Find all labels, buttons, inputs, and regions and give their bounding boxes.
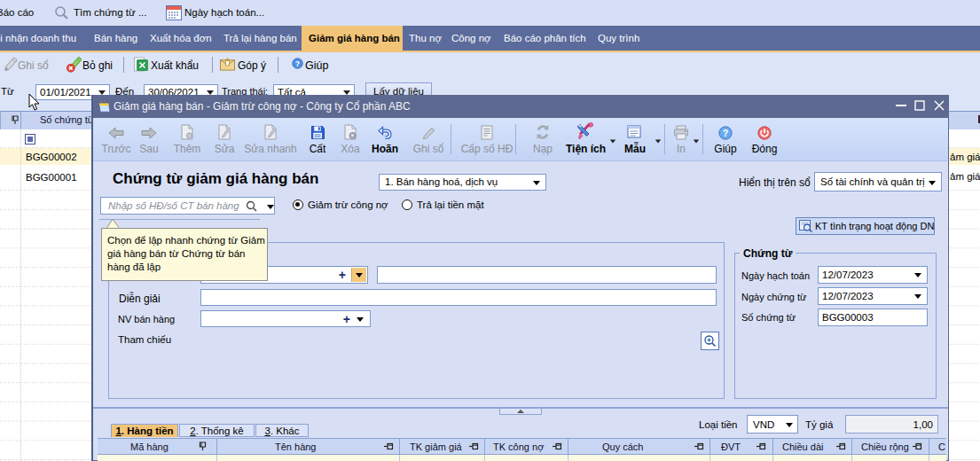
svg-text:?: ? xyxy=(295,59,300,68)
svg-text:?: ? xyxy=(723,128,728,138)
